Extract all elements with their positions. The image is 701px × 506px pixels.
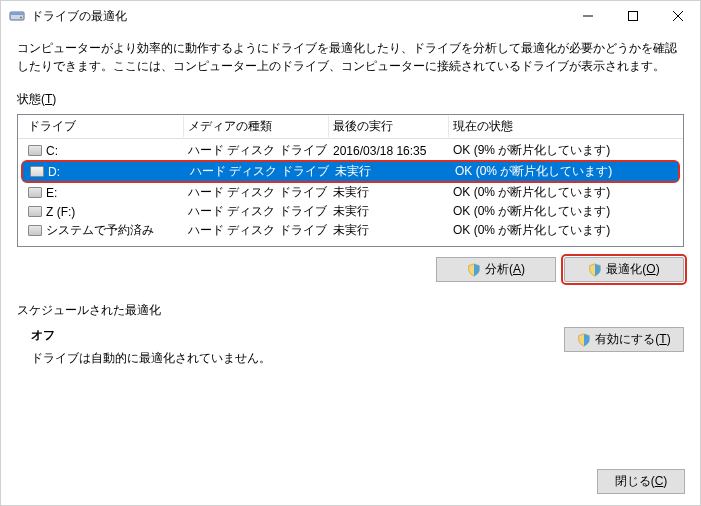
- analyze-button[interactable]: 分析(A): [436, 257, 556, 282]
- last-run-cell: 未実行: [329, 203, 449, 220]
- status-cell: OK (0% が断片化しています): [451, 163, 675, 180]
- media-cell: ハード ディスク ドライブ: [184, 222, 329, 239]
- status-cell: OK (0% が断片化しています): [449, 222, 677, 239]
- window-title: ドライブの最適化: [31, 8, 565, 25]
- schedule-label: スケジュールされた最適化: [17, 302, 684, 319]
- drive-name: システムで予約済み: [46, 222, 154, 239]
- schedule-state: オフ: [31, 327, 271, 344]
- svg-rect-1: [11, 13, 23, 15]
- action-buttons: 分析(A) 最適化(O): [17, 257, 684, 282]
- enable-button[interactable]: 有効にする(T): [564, 327, 684, 352]
- table-row[interactable]: システムで予約済みハード ディスク ドライブ未実行OK (0% が断片化していま…: [18, 221, 683, 240]
- table-row[interactable]: C:ハード ディスク ドライブ2016/03/18 16:35OK (9% が断…: [18, 141, 683, 160]
- column-drive[interactable]: ドライブ: [24, 116, 184, 137]
- schedule-section: スケジュールされた最適化 オフ ドライブは自動的に最適化されていません。 有効に…: [17, 302, 684, 367]
- status-label: 状態(T): [17, 91, 684, 108]
- status-cell: OK (0% が断片化しています): [449, 203, 677, 220]
- table-row[interactable]: Z (F:)ハード ディスク ドライブ未実行OK (0% が断片化しています): [18, 202, 683, 221]
- drive-icon: [28, 206, 42, 217]
- shield-icon: [577, 333, 591, 347]
- description-text: コンピューターがより効率的に動作するようにドライブを最適化したり、ドライブを分析…: [17, 39, 684, 75]
- drive-cell: E:: [24, 186, 184, 200]
- app-icon: [9, 8, 25, 24]
- table-header: ドライブ メディアの種類 最後の実行 現在の状態: [18, 115, 683, 139]
- drive-icon: [28, 225, 42, 236]
- optimize-button[interactable]: 最適化(O): [564, 257, 684, 282]
- media-cell: ハード ディスク ドライブ: [184, 203, 329, 220]
- content-area: コンピューターがより効率的に動作するようにドライブを最適化したり、ドライブを分析…: [1, 31, 700, 383]
- minimize-button[interactable]: [565, 1, 610, 31]
- last-run-cell: 未実行: [329, 222, 449, 239]
- table-row[interactable]: D:ハード ディスク ドライブ未実行OK (0% が断片化しています): [23, 162, 678, 181]
- highlighted-row: D:ハード ディスク ドライブ未実行OK (0% が断片化しています): [21, 160, 680, 183]
- last-run-cell: 2016/03/18 16:35: [329, 144, 449, 158]
- shield-icon: [467, 263, 481, 277]
- column-last-run[interactable]: 最後の実行: [329, 116, 449, 137]
- drive-cell: D:: [26, 165, 186, 179]
- svg-rect-4: [628, 12, 637, 21]
- drive-name: C:: [46, 144, 58, 158]
- status-cell: OK (9% が断片化しています): [449, 142, 677, 159]
- maximize-button[interactable]: [610, 1, 655, 31]
- table-row[interactable]: E:ハード ディスク ドライブ未実行OK (0% が断片化しています): [18, 183, 683, 202]
- drive-icon: [30, 166, 44, 177]
- media-cell: ハード ディスク ドライブ: [184, 184, 329, 201]
- drive-cell: システムで予約済み: [24, 222, 184, 239]
- last-run-cell: 未実行: [329, 184, 449, 201]
- drive-cell: Z (F:): [24, 205, 184, 219]
- table-body: C:ハード ディスク ドライブ2016/03/18 16:35OK (9% が断…: [18, 139, 683, 246]
- drive-list: ドライブ メディアの種類 最後の実行 現在の状態 C:ハード ディスク ドライブ…: [17, 114, 684, 247]
- schedule-status: オフ ドライブは自動的に最適化されていません。: [31, 327, 271, 367]
- media-cell: ハード ディスク ドライブ: [184, 142, 329, 159]
- drive-name: D:: [48, 165, 60, 179]
- column-status[interactable]: 現在の状態: [449, 116, 677, 137]
- titlebar: ドライブの最適化: [1, 1, 700, 31]
- drive-icon: [28, 187, 42, 198]
- last-run-cell: 未実行: [331, 163, 451, 180]
- close-button[interactable]: [655, 1, 700, 31]
- media-cell: ハード ディスク ドライブ: [186, 163, 331, 180]
- status-cell: OK (0% が断片化しています): [449, 184, 677, 201]
- shield-icon: [588, 263, 602, 277]
- svg-point-2: [20, 17, 22, 19]
- column-media[interactable]: メディアの種類: [184, 116, 329, 137]
- drive-cell: C:: [24, 144, 184, 158]
- drive-name: Z (F:): [46, 205, 75, 219]
- bottom-bar: 閉じる(C): [597, 469, 685, 494]
- schedule-detail: ドライブは自動的に最適化されていません。: [31, 350, 271, 367]
- drive-icon: [28, 145, 42, 156]
- close-dialog-button[interactable]: 閉じる(C): [597, 469, 685, 494]
- drive-name: E:: [46, 186, 57, 200]
